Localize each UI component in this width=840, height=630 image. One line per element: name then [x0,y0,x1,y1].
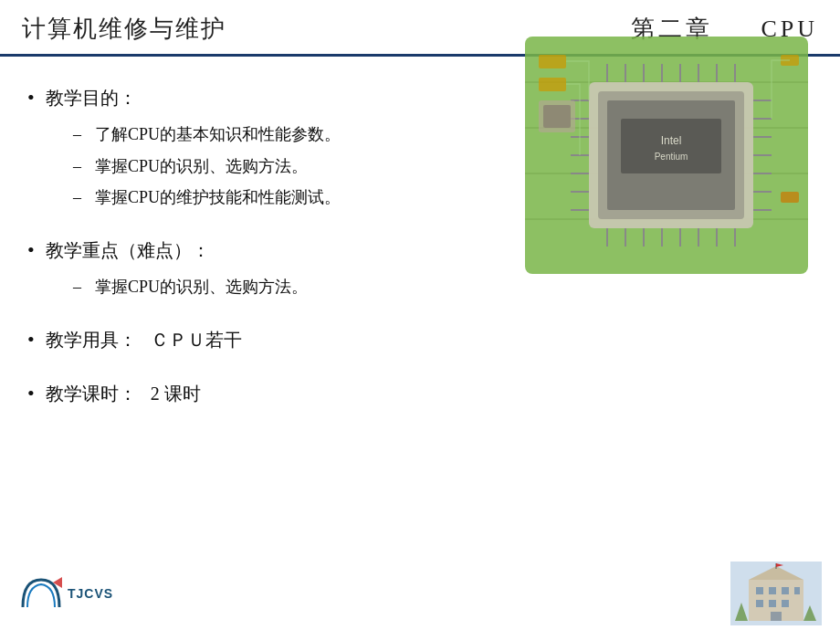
section-teaching-objectives: • 教学目的： – 了解CPU的基本知识和性能参数。 – 掌握CPU的识别、选购… [27,84,818,211]
section-teaching-focus: • 教学重点（难点）： – 掌握CPU的识别、选购方法。 [27,236,818,300]
bullet-dot-3: • [27,326,35,354]
svg-rect-54 [794,587,800,594]
svg-rect-53 [782,587,789,594]
objectives-sub-items: – 了解CPU的基本知识和性能参数。 – 掌握CPU的识别、选购方法。 – 掌握… [27,121,818,211]
focus-label: 教学重点（难点）： [46,236,210,264]
hours-label: 教学课时： 2 课时 [46,380,201,407]
objectives-label: 教学目的： [46,84,137,111]
section-teaching-tools: • 教学用具： ＣＰＵ若干 [27,326,818,354]
bullet-main-tools: • 教学用具： ＣＰＵ若干 [27,326,818,354]
logo-text: TJCVS [68,586,113,601]
sub-item-1-2: – 掌握CPU的识别、选购方法。 [73,153,818,180]
bullet-main-objectives: • 教学目的： [27,84,818,112]
sub-item-2-1: – 掌握CPU的识别、选购方法。 [73,274,818,300]
svg-rect-55 [756,600,763,607]
bullet-main-focus: • 教学重点（难点）： [27,236,818,265]
svg-rect-52 [769,587,776,594]
sub-item-1-3: – 掌握CPU的维护技能和性能测试。 [73,184,818,211]
tools-label: 教学用具： ＣＰＵ若干 [46,326,242,353]
sub-item-1-1: – 了解CPU的基本知识和性能参数。 [73,121,818,148]
content-area: • 教学目的： – 了解CPU的基本知识和性能参数。 – 掌握CPU的识别、选购… [27,75,818,586]
svg-rect-58 [771,612,782,621]
main-content: • 教学目的： – 了解CPU的基本知识和性能参数。 – 掌握CPU的识别、选购… [0,57,840,586]
section-teaching-hours: • 教学课时： 2 课时 [27,380,818,408]
page-title: 计算机维修与维护 [22,13,226,45]
svg-rect-57 [782,600,789,607]
bullet-dot-4: • [27,380,35,408]
bullet-dot-2: • [27,236,35,265]
svg-rect-56 [769,600,776,607]
bullet-dot-1: • [27,84,35,112]
svg-rect-51 [756,587,763,594]
bullet-main-hours: • 教学课时： 2 课时 [27,380,818,408]
focus-sub-items: – 掌握CPU的识别、选购方法。 [27,274,818,300]
